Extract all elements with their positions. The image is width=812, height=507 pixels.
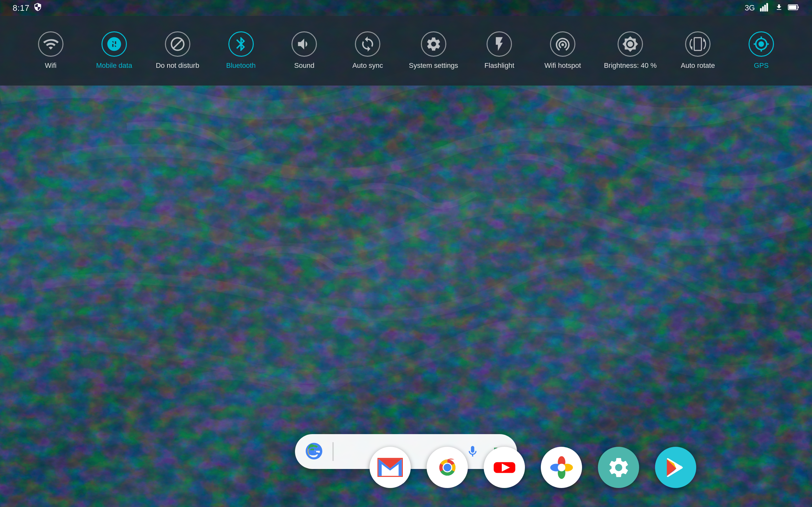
auto-rotate-tile-icon (685, 32, 711, 57)
tile-system-settings[interactable]: System settings (406, 25, 461, 77)
quick-tiles-container: Wifi Mobile data Do not disturb (0, 25, 812, 77)
status-time: 8:17 (13, 3, 30, 13)
settings-app-icon[interactable] (598, 447, 639, 488)
wifi-hotspot-tile-label: Wifi hotspot (545, 61, 581, 70)
tile-do-not-disturb[interactable]: Do not disturb (152, 25, 203, 77)
brightness-tile-icon (618, 32, 643, 57)
tile-flashlight[interactable]: Flashlight (474, 25, 525, 77)
youtube-app-icon[interactable] (484, 447, 525, 488)
svg-rect-1 (760, 8, 762, 12)
auto-rotate-tile-label: Auto rotate (681, 61, 715, 70)
network-type: 3G (745, 3, 755, 12)
tile-sound[interactable]: Sound (279, 25, 329, 77)
gps-tile-label: GPS (754, 61, 768, 70)
dock (0, 447, 812, 488)
chrome-app-icon[interactable] (426, 447, 468, 488)
download-icon (775, 3, 783, 12)
sound-tile-icon (292, 32, 317, 57)
tile-auto-sync[interactable]: Auto sync (342, 25, 393, 77)
svg-rect-6 (798, 6, 799, 8)
status-right: 3G (745, 3, 799, 13)
mobile-data-tile-icon (101, 32, 127, 57)
vpn-icon (33, 3, 42, 13)
wifi-tile-icon (38, 32, 63, 57)
photos-app-icon[interactable] (541, 447, 582, 488)
quick-settings-panel: Wifi Mobile data Do not disturb (0, 16, 812, 86)
auto-sync-tile-label: Auto sync (352, 61, 383, 70)
status-bar: 8:17 3G (0, 0, 812, 16)
tile-bluetooth[interactable]: Bluetooth (216, 25, 266, 77)
svg-point-14 (444, 464, 451, 471)
tile-wifi[interactable]: Wifi (26, 25, 76, 77)
wifi-hotspot-tile-icon (550, 32, 575, 57)
flashlight-tile-icon (487, 32, 512, 57)
bluetooth-tile-icon (229, 32, 254, 57)
tile-auto-rotate[interactable]: Auto rotate (672, 25, 723, 77)
system-settings-tile-label: System settings (409, 61, 458, 70)
gmail-app-icon[interactable] (369, 447, 411, 488)
signal-bars-icon (760, 3, 770, 13)
bluetooth-tile-label: Bluetooth (226, 61, 256, 70)
dnd-tile-icon (165, 32, 190, 57)
system-settings-tile-icon (421, 32, 446, 57)
tile-brightness[interactable]: Brightness: 40 % (601, 25, 660, 77)
tile-gps[interactable]: GPS (736, 25, 786, 77)
sound-tile-label: Sound (294, 61, 315, 70)
svg-point-23 (558, 464, 565, 471)
svg-rect-3 (764, 5, 766, 11)
auto-sync-tile-icon (355, 32, 380, 57)
status-left: 8:17 (13, 3, 42, 13)
tile-mobile-data[interactable]: Mobile data (89, 25, 140, 77)
gps-tile-icon (749, 32, 774, 57)
dnd-tile-label: Do not disturb (156, 61, 199, 70)
svg-rect-2 (762, 6, 764, 11)
brightness-tile-label: Brightness: 40 % (604, 61, 657, 70)
svg-rect-7 (789, 5, 797, 9)
battery-icon (788, 3, 799, 12)
play-app-icon[interactable] (655, 447, 696, 488)
mobile-data-tile-label: Mobile data (96, 61, 132, 70)
flashlight-tile-label: Flashlight (484, 61, 514, 70)
wifi-tile-label: Wifi (45, 61, 57, 70)
svg-rect-4 (766, 3, 768, 12)
tile-wifi-hotspot[interactable]: Wifi hotspot (537, 25, 588, 77)
